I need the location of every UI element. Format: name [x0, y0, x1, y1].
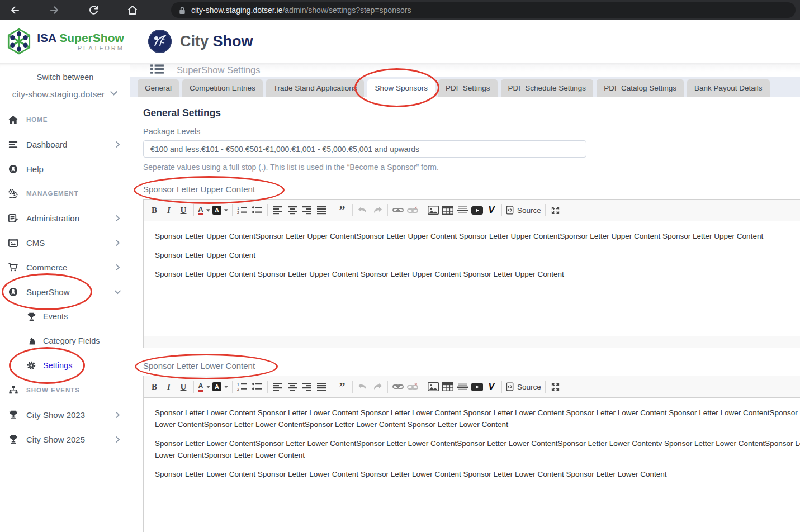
vimeo-icon[interactable]: V	[484, 379, 499, 394]
upper-editor-content[interactable]: Sponsor Letter Upper ContentSponsor Lett…	[144, 221, 800, 336]
redo-icon[interactable]	[370, 379, 385, 394]
url-domain: city-show.staging.dotser.ie	[191, 6, 282, 15]
numbered-list-icon[interactable]: 12	[235, 379, 250, 394]
link-icon[interactable]	[391, 379, 405, 394]
maximize-icon[interactable]	[548, 379, 563, 394]
chevron-right-icon	[114, 436, 121, 443]
sidebar-item-commerce[interactable]: Commerce	[0, 255, 130, 279]
source-button[interactable]: Source	[505, 203, 542, 217]
tab-show-sponsors[interactable]: Show Sponsors	[367, 79, 435, 97]
lower-editor-toolbar: B I U A A 12 ”	[144, 376, 800, 398]
youtube-icon[interactable]	[470, 379, 484, 394]
align-center-icon[interactable]	[285, 379, 300, 394]
numbered-list-icon[interactable]: 12	[235, 203, 250, 217]
site-logo[interactable]: City Show	[147, 20, 253, 63]
vimeo-icon[interactable]: V	[484, 203, 499, 217]
horizontal-rule-icon[interactable]	[455, 203, 470, 217]
page-title: SuperShow Settings	[177, 65, 261, 75]
lock-icon	[179, 6, 186, 15]
align-justify-icon[interactable]	[314, 379, 329, 394]
tab-general[interactable]: General	[138, 79, 179, 97]
reload-icon[interactable]	[87, 4, 100, 16]
undo-icon[interactable]	[356, 203, 370, 217]
align-right-icon[interactable]	[300, 379, 314, 394]
align-right-icon[interactable]	[300, 203, 314, 217]
home-icon[interactable]	[126, 4, 139, 16]
blockquote-icon[interactable]: ”	[335, 379, 349, 394]
sidebar-item-city-show-2023[interactable]: City Show 2023	[0, 402, 130, 427]
upper-editor: B I U A A 12 ”	[143, 199, 800, 348]
help-medal-icon	[7, 164, 19, 174]
site-select-dropdown[interactable]: city-show.staging.dotser	[0, 89, 130, 99]
package-levels-input[interactable]	[143, 140, 586, 158]
text-color-icon[interactable]: A	[197, 379, 211, 394]
tab-pdf-schedule-settings[interactable]: PDF Schedule Settings	[501, 79, 594, 97]
main-panel: SuperShow Settings General Competition E…	[130, 63, 800, 532]
upper-editor-statusbar	[144, 336, 800, 348]
align-center-icon[interactable]	[285, 203, 300, 217]
chevron-down-icon	[110, 89, 118, 99]
link-icon[interactable]	[391, 203, 405, 217]
horizontal-rule-icon[interactable]	[455, 379, 470, 394]
chevron-right-icon	[114, 215, 121, 222]
sidebar-item-cms[interactable]: CMS	[0, 230, 130, 255]
sidebar-section-management: MANAGEMENT	[0, 181, 130, 206]
bulleted-list-icon[interactable]	[250, 203, 264, 217]
youtube-icon[interactable]	[470, 203, 484, 217]
tab-pdf-settings[interactable]: PDF Settings	[438, 79, 498, 97]
platform-logo[interactable]: ISA SuperShow PLATFORM	[0, 20, 130, 63]
table-icon[interactable]	[441, 379, 455, 394]
unlink-icon[interactable]	[405, 203, 420, 217]
source-button[interactable]: Source	[505, 379, 542, 394]
align-left-icon[interactable]	[271, 203, 285, 217]
blockquote-icon[interactable]: ”	[335, 203, 349, 217]
tab-bank-payout-details[interactable]: Bank Payout Details	[687, 79, 770, 97]
sidebar-item-dashboard[interactable]: Dashboard	[0, 132, 130, 156]
image-icon[interactable]	[426, 379, 441, 394]
lower-editor-content[interactable]: Sponsor Letter Lower Content Sponsor Let…	[144, 398, 800, 532]
bold-icon[interactable]: B	[147, 379, 162, 394]
unlink-icon[interactable]	[405, 379, 420, 394]
site-logo-icon	[147, 28, 173, 54]
tab-pdf-catalog-settings[interactable]: PDF Catalog Settings	[597, 79, 684, 97]
bold-icon[interactable]: B	[147, 203, 162, 217]
background-color-icon[interactable]: A	[211, 203, 229, 217]
tab-trade-stand-applications[interactable]: Trade Stand Applications	[266, 79, 365, 97]
platform-subtitle: PLATFORM	[37, 45, 124, 51]
sidebar-item-category-fields[interactable]: Category Fields	[0, 329, 130, 353]
bulleted-list-icon[interactable]	[250, 379, 264, 394]
table-icon[interactable]	[441, 203, 455, 217]
tab-content: General Settings Package Levels Seperate…	[130, 97, 800, 532]
sidebar-item-supershow[interactable]: SuperShow	[0, 279, 130, 304]
sidebar-item-settings[interactable]: Settings	[0, 353, 130, 378]
sidebar-item-events[interactable]: Events	[0, 304, 130, 329]
sidebar-item-administration[interactable]: Administration	[0, 206, 130, 230]
align-justify-icon[interactable]	[314, 203, 329, 217]
image-icon[interactable]	[426, 203, 441, 217]
italic-icon[interactable]: I	[162, 379, 176, 394]
chevron-right-icon	[114, 411, 121, 419]
sidebar-item-help[interactable]: Help	[0, 156, 130, 181]
svg-text:2: 2	[237, 211, 239, 215]
text-color-icon[interactable]: A	[197, 203, 211, 217]
commerce-cart-icon	[7, 262, 19, 273]
redo-icon[interactable]	[370, 203, 385, 217]
administration-icon	[7, 213, 19, 224]
sidebar-item-city-show-2025[interactable]: City Show 2025	[0, 427, 130, 452]
underline-icon[interactable]: U	[176, 379, 191, 394]
maximize-icon[interactable]	[548, 203, 563, 217]
address-bar[interactable]: city-show.staging.dotser.ie/admin/show/s…	[171, 2, 796, 18]
platform-name-isa: ISA	[37, 31, 56, 44]
home-section-icon	[7, 115, 19, 125]
tab-competition-entries[interactable]: Competition Entries	[182, 79, 263, 97]
editor-paragraph: Sponsor Letter Upper Content	[155, 249, 800, 261]
background-color-icon[interactable]: A	[211, 379, 229, 394]
sitemap-icon	[7, 385, 19, 395]
undo-icon[interactable]	[356, 379, 370, 394]
back-icon[interactable]	[9, 4, 21, 16]
align-left-icon[interactable]	[271, 379, 285, 394]
upper-editor-toolbar: B I U A A 12 ”	[144, 200, 800, 221]
italic-icon[interactable]: I	[162, 203, 176, 217]
underline-icon[interactable]: U	[176, 203, 191, 217]
forward-icon[interactable]	[48, 4, 60, 16]
